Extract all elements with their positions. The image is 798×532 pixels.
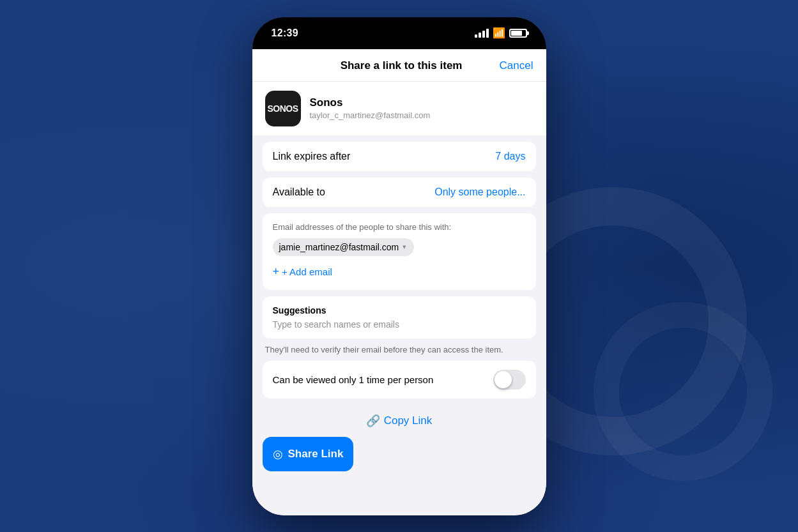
available-to-row[interactable]: Available to Only some people... <box>263 178 536 207</box>
link-expires-row[interactable]: Link expires after 7 days <box>263 142 536 171</box>
copy-link-row[interactable]: 🔗 Copy Link <box>252 405 546 437</box>
phone-content: Share a link to this item Cancel SONOS S… <box>252 49 546 515</box>
available-to-value: Only some people... <box>434 186 525 198</box>
status-bar: 12:39 📶 <box>252 17 546 49</box>
modal-sheet: Share a link to this item Cancel SONOS S… <box>252 49 546 515</box>
app-info-section: SONOS Sonos taylor_c_martinez@fastmail.c… <box>252 82 546 135</box>
share-link-button[interactable]: ◎ Share Link <box>263 437 354 471</box>
app-icon: SONOS <box>265 91 301 126</box>
view-limit-row: Can be viewed only 1 time per person <box>263 361 536 399</box>
modal-body[interactable]: SONOS Sonos taylor_c_martinez@fastmail.c… <box>252 82 546 515</box>
cancel-button[interactable]: Cancel <box>500 59 533 72</box>
suggestions-placeholder: Type to search names or emails <box>273 319 526 330</box>
link-expires-label: Link expires after <box>273 151 351 162</box>
status-icons: 📶 <box>475 27 527 39</box>
modal-header: Share a link to this item Cancel <box>252 49 546 82</box>
verify-note: They'll need to verify their email befor… <box>263 345 536 354</box>
email-section: Email addresses of the people to share t… <box>263 213 536 290</box>
app-name: Sonos <box>310 96 431 109</box>
available-to-section: Available to Only some people... <box>263 178 536 207</box>
link-icon: 🔗 <box>366 414 380 428</box>
plus-icon: + <box>273 265 280 278</box>
add-email-button[interactable]: + + Add email <box>273 262 332 281</box>
modal-title: Share a link to this item <box>303 59 500 72</box>
email-tag-container: jamie_martinez@fastmail.com ▾ <box>273 238 526 256</box>
view-limit-toggle[interactable] <box>493 370 526 390</box>
app-details: Sonos taylor_c_martinez@fastmail.com <box>310 96 431 120</box>
share-link-label: Share Link <box>288 448 344 460</box>
view-limit-label: Can be viewed only 1 time per person <box>273 374 493 385</box>
view-limit-section: Can be viewed only 1 time per person <box>263 361 536 399</box>
suggestions-title: Suggestions <box>273 305 526 315</box>
link-expires-value: 7 days <box>495 151 525 162</box>
share-icon: ◎ <box>273 447 283 461</box>
wifi-icon: 📶 <box>493 27 505 39</box>
add-email-label: + Add email <box>282 266 332 277</box>
chevron-down-icon: ▾ <box>403 243 406 251</box>
app-owner-email: taylor_c_martinez@fastmail.com <box>310 110 431 120</box>
signal-icon <box>475 29 489 38</box>
copy-link-text: Copy Link <box>384 414 433 427</box>
suggestions-section: Suggestions Type to search names or emai… <box>263 296 536 338</box>
status-time: 12:39 <box>272 27 298 39</box>
email-tag[interactable]: jamie_martinez@fastmail.com ▾ <box>273 238 415 256</box>
battery-icon <box>509 29 527 38</box>
available-to-label: Available to <box>273 186 325 198</box>
toggle-knob <box>495 371 512 388</box>
phone-frame: 12:39 📶 Share a link to this item Cancel <box>252 17 546 515</box>
email-section-label: Email addresses of the people to share t… <box>273 222 526 232</box>
email-tag-text: jamie_martinez@fastmail.com <box>279 242 399 252</box>
link-expires-section: Link expires after 7 days <box>263 142 536 171</box>
app-icon-text: SONOS <box>267 103 298 114</box>
